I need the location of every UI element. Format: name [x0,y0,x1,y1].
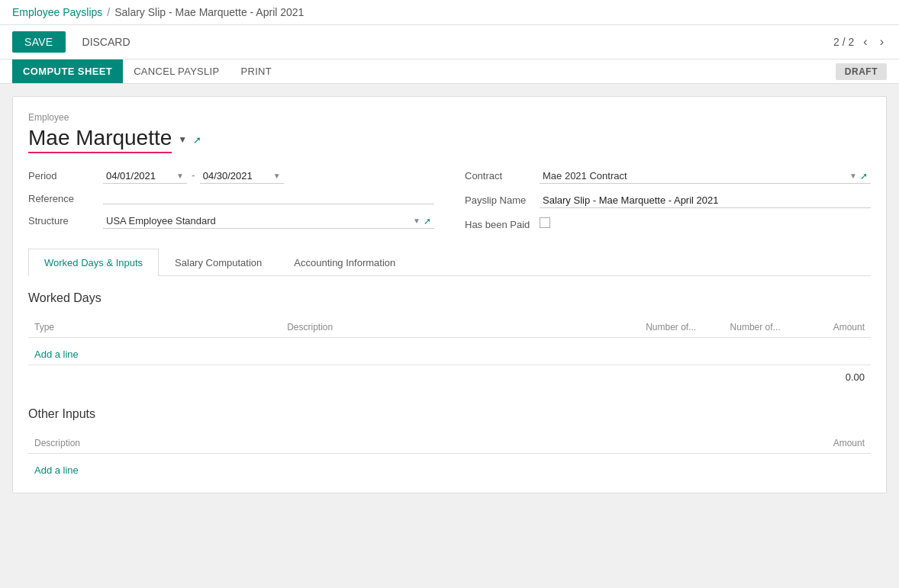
form-grid: Period 04/01/2021 ▼ - 04/30/2021 ▼ Refer… [28,169,871,230]
period-row: Period 04/01/2021 ▼ - 04/30/2021 ▼ [28,169,434,184]
period-inputs: 04/01/2021 ▼ - 04/30/2021 ▼ [103,169,284,184]
contract-value: Mae 2021 Contract [543,170,846,182]
prev-button[interactable]: ‹ [860,34,870,50]
structure-dropdown-icon: ▼ [413,217,420,225]
tab-worked-days[interactable]: Worked Days & Inputs [28,249,159,276]
col-header-description: Description [281,317,618,338]
other-inputs-table: Description Amount [28,433,871,454]
cancel-payslip-button[interactable]: CANCEL PAYSLIP [123,59,230,83]
has-been-paid-label: Has been Paid [465,219,533,230]
employee-external-link-icon[interactable]: ➚ [193,134,201,146]
employee-dropdown-icon[interactable]: ▼ [178,134,187,145]
left-form-col: Period 04/01/2021 ▼ - 04/30/2021 ▼ Refer… [28,169,434,230]
breadcrumb-parent[interactable]: Employee Payslips [12,6,102,18]
employee-label: Employee [28,112,871,123]
contract-dropdown-icon: ▼ [849,172,857,180]
payslip-name-row: Payslip Name Salary Slip - Mae Marquette… [465,193,871,208]
next-button[interactable]: › [877,34,887,50]
worked-days-total-row: 0.00 [28,365,871,389]
breadcrumb-separator: / [107,6,110,18]
payslip-name-field[interactable]: Salary Slip - Mae Marquette - April 2021 [540,193,871,208]
col-header-num1: Number of... [618,317,702,338]
action-bar: COMPUTE SHEET CANCEL PAYSLIP PRINT DRAFT [0,59,899,84]
col-header-desc2: Description [28,433,744,454]
worked-days-add-line[interactable]: Add a line [28,347,85,361]
pagination: 2 / 2 ‹ › [833,34,887,50]
col-header-type: Type [28,317,281,338]
worked-days-title: Worked Days [28,291,871,305]
right-form-col: Contract Mae 2021 Contract ▼ ➚ Payslip N… [465,169,871,230]
main-content: Employee Mae Marquette ▼ ➚ Period 04/01/… [12,96,887,493]
breadcrumb: Employee Payslips / Salary Slip - Mae Ma… [0,0,899,25]
toolbar: SAVE DISCARD 2 / 2 ‹ › [0,25,899,59]
period-from-value: 04/01/2021 [106,170,173,182]
discard-button[interactable]: DISCARD [75,31,138,53]
other-inputs-table-header: Description Amount [28,433,871,454]
tab-salary-computation[interactable]: Salary Computation [159,249,278,276]
contract-external-link-icon[interactable]: ➚ [860,171,868,182]
contract-field[interactable]: Mae 2021 Contract ▼ ➚ [540,169,871,184]
period-label: Period [28,170,97,182]
save-button[interactable]: SAVE [12,31,66,53]
structure-label: Structure [28,215,97,227]
worked-days-total-value: 0.00 [804,371,865,383]
period-from-arrow: ▼ [176,172,184,180]
col-header-num2: Number of... [702,317,786,338]
period-to-value: 04/30/2021 [203,170,270,182]
has-been-paid-row: Has been Paid [465,217,871,230]
period-to-field[interactable]: 04/30/2021 ▼ [200,169,284,184]
print-button[interactable]: PRINT [230,59,283,83]
breadcrumb-current: Salary Slip - Mae Marquette - April 2021 [114,6,304,18]
employee-name-row: Mae Marquette ▼ ➚ [28,126,871,153]
tab-accounting-information[interactable]: Accounting Information [278,249,411,276]
draft-badge: DRAFT [836,63,887,80]
other-inputs-title: Other Inputs [28,407,871,421]
contract-row: Contract Mae 2021 Contract ▼ ➚ [465,169,871,184]
contract-label: Contract [465,170,533,182]
compute-sheet-button[interactable]: COMPUTE SHEET [12,59,123,83]
col-header-amount: Amount [787,317,871,338]
structure-external-link-icon[interactable]: ➚ [424,216,431,227]
structure-row: Structure USA Employee Standard ▼ ➚ [28,214,434,229]
worked-days-table: Type Description Number of... Number of.… [28,317,871,338]
pagination-label: 2 / 2 [833,36,854,48]
reference-row: Reference [28,193,434,204]
payslip-name-value: Salary Slip - Mae Marquette - April 2021 [543,194,868,206]
has-been-paid-checkbox[interactable] [540,217,550,228]
tabs: Worked Days & Inputs Salary Computation … [28,249,871,276]
period-from-field[interactable]: 04/01/2021 ▼ [103,169,187,184]
structure-field[interactable]: USA Employee Standard ▼ ➚ [103,214,434,229]
worked-days-table-header: Type Description Number of... Number of.… [28,317,871,338]
reference-field[interactable] [103,201,434,204]
period-dash: - [192,169,195,182]
employee-name[interactable]: Mae Marquette [28,126,172,153]
tab-content-worked: Worked Days Type Description Number of..… [28,276,871,477]
reference-label: Reference [28,193,97,204]
period-to-arrow: ▼ [273,172,281,180]
col-header-amt2: Amount [744,433,871,454]
structure-value: USA Employee Standard [106,215,410,227]
other-inputs-add-line[interactable]: Add a line [28,463,85,477]
payslip-name-label: Payslip Name [465,194,533,206]
